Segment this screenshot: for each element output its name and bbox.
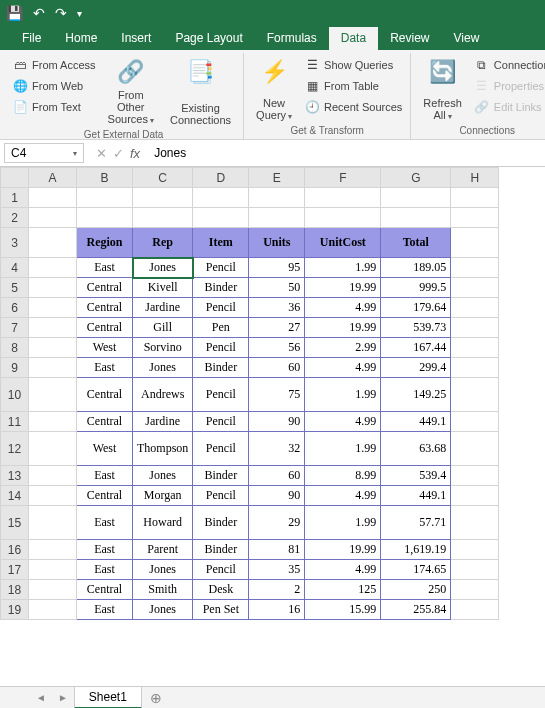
cell-D12[interactable]: Pencil xyxy=(193,432,249,466)
cell-E15[interactable]: 29 xyxy=(249,506,305,540)
cell-E4[interactable]: 95 xyxy=(249,258,305,278)
customize-qat-icon[interactable]: ▾ xyxy=(77,8,82,19)
cell-B9[interactable]: East xyxy=(77,358,133,378)
cell-F14[interactable]: 4.99 xyxy=(305,486,381,506)
cell-D11[interactable]: Pencil xyxy=(193,412,249,432)
row-header[interactable]: 2 xyxy=(1,208,29,228)
column-header-B[interactable]: B xyxy=(77,168,133,188)
row-header[interactable]: 9 xyxy=(1,358,29,378)
cell-C7[interactable]: Gill xyxy=(133,318,193,338)
row-header[interactable]: 4 xyxy=(1,258,29,278)
cell-A2[interactable] xyxy=(29,208,77,228)
cell-H14[interactable] xyxy=(451,486,499,506)
cell-E11[interactable]: 90 xyxy=(249,412,305,432)
row-header[interactable]: 5 xyxy=(1,278,29,298)
cell-C12[interactable]: Thompson xyxy=(133,432,193,466)
cell-G14[interactable]: 449.1 xyxy=(381,486,451,506)
cell-B14[interactable]: Central xyxy=(77,486,133,506)
cell-B16[interactable]: East xyxy=(77,540,133,560)
formula-input[interactable]: Jones xyxy=(148,143,545,163)
cell-E5[interactable]: 50 xyxy=(249,278,305,298)
cell-H7[interactable] xyxy=(451,318,499,338)
cell-F17[interactable]: 4.99 xyxy=(305,560,381,580)
cell-F4[interactable]: 1.99 xyxy=(305,258,381,278)
cell-E18[interactable]: 2 xyxy=(249,580,305,600)
cell-B5[interactable]: Central xyxy=(77,278,133,298)
cell-A11[interactable] xyxy=(29,412,77,432)
cell-F2[interactable] xyxy=(305,208,381,228)
cell-D6[interactable]: Pencil xyxy=(193,298,249,318)
cell-H15[interactable] xyxy=(451,506,499,540)
add-sheet-button[interactable]: ⊕ xyxy=(146,688,166,708)
cell-D10[interactable]: Pencil xyxy=(193,378,249,412)
cell-C2[interactable] xyxy=(133,208,193,228)
cell-E10[interactable]: 75 xyxy=(249,378,305,412)
cell-F8[interactable]: 2.99 xyxy=(305,338,381,358)
cell-C5[interactable]: Kivell xyxy=(133,278,193,298)
sheet-tab[interactable]: Sheet1 xyxy=(74,686,142,708)
cell-B4[interactable]: East xyxy=(77,258,133,278)
cell-F15[interactable]: 1.99 xyxy=(305,506,381,540)
connections-button[interactable]: ⧉Connections xyxy=(472,55,545,75)
cell-B13[interactable]: East xyxy=(77,466,133,486)
recent-sources-button[interactable]: 🕘Recent Sources xyxy=(302,97,404,117)
cell-G6[interactable]: 179.64 xyxy=(381,298,451,318)
cell-A3[interactable] xyxy=(29,228,77,258)
row-header[interactable]: 10 xyxy=(1,378,29,412)
cell-C14[interactable]: Morgan xyxy=(133,486,193,506)
cell-H3[interactable] xyxy=(451,228,499,258)
cell-C17[interactable]: Jones xyxy=(133,560,193,580)
cell-F11[interactable]: 4.99 xyxy=(305,412,381,432)
row-header[interactable]: 16 xyxy=(1,540,29,560)
tab-file[interactable]: File xyxy=(10,27,53,50)
cell-F3[interactable]: UnitCost xyxy=(305,228,381,258)
cell-F12[interactable]: 1.99 xyxy=(305,432,381,466)
cell-C19[interactable]: Jones xyxy=(133,600,193,620)
cell-B15[interactable]: East xyxy=(77,506,133,540)
cell-B17[interactable]: East xyxy=(77,560,133,580)
cell-F6[interactable]: 4.99 xyxy=(305,298,381,318)
undo-icon[interactable]: ↶ xyxy=(33,5,45,21)
row-header[interactable]: 17 xyxy=(1,560,29,580)
cell-A6[interactable] xyxy=(29,298,77,318)
cell-D18[interactable]: Desk xyxy=(193,580,249,600)
from-other-sources-button[interactable]: 🔗 From Other Sources▾ xyxy=(102,55,160,128)
cell-H17[interactable] xyxy=(451,560,499,580)
cell-B1[interactable] xyxy=(77,188,133,208)
cell-A18[interactable] xyxy=(29,580,77,600)
row-header[interactable]: 1 xyxy=(1,188,29,208)
row-header[interactable]: 18 xyxy=(1,580,29,600)
enter-icon[interactable]: ✓ xyxy=(113,146,124,161)
cell-D8[interactable]: Pencil xyxy=(193,338,249,358)
cell-G18[interactable]: 250 xyxy=(381,580,451,600)
existing-connections-button[interactable]: 📑 Existing Connections xyxy=(164,55,237,128)
cell-H16[interactable] xyxy=(451,540,499,560)
cell-G2[interactable] xyxy=(381,208,451,228)
cell-D15[interactable]: Binder xyxy=(193,506,249,540)
cell-B7[interactable]: Central xyxy=(77,318,133,338)
cell-F16[interactable]: 19.99 xyxy=(305,540,381,560)
cell-G7[interactable]: 539.73 xyxy=(381,318,451,338)
cell-G9[interactable]: 299.4 xyxy=(381,358,451,378)
cell-C15[interactable]: Howard xyxy=(133,506,193,540)
cell-A15[interactable] xyxy=(29,506,77,540)
cell-E8[interactable]: 56 xyxy=(249,338,305,358)
cell-B3[interactable]: Region xyxy=(77,228,133,258)
cell-B8[interactable]: West xyxy=(77,338,133,358)
column-header-E[interactable]: E xyxy=(249,168,305,188)
cell-E13[interactable]: 60 xyxy=(249,466,305,486)
cell-F5[interactable]: 19.99 xyxy=(305,278,381,298)
cell-B2[interactable] xyxy=(77,208,133,228)
cell-C11[interactable]: Jardine xyxy=(133,412,193,432)
row-header[interactable]: 13 xyxy=(1,466,29,486)
name-box[interactable]: C4 ▾ xyxy=(4,143,84,163)
cell-C9[interactable]: Jones xyxy=(133,358,193,378)
row-header[interactable]: 11 xyxy=(1,412,29,432)
cell-B11[interactable]: Central xyxy=(77,412,133,432)
cell-D7[interactable]: Pen xyxy=(193,318,249,338)
cell-G13[interactable]: 539.4 xyxy=(381,466,451,486)
cell-H9[interactable] xyxy=(451,358,499,378)
cell-D19[interactable]: Pen Set xyxy=(193,600,249,620)
cancel-icon[interactable]: ✕ xyxy=(96,146,107,161)
cell-C4[interactable]: Jones xyxy=(133,258,193,278)
